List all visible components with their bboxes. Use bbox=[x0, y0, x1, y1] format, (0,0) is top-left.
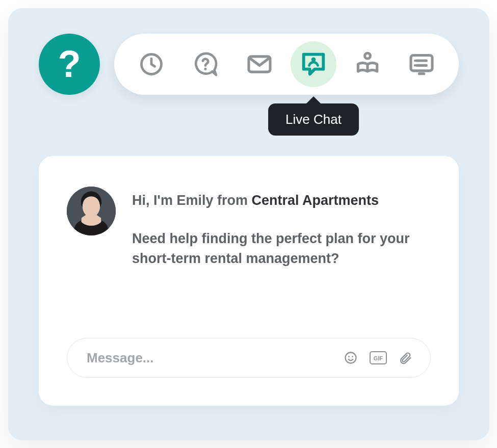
tool-item-recent[interactable] bbox=[128, 41, 174, 87]
message-composer: GIF bbox=[67, 338, 431, 378]
svg-point-11 bbox=[352, 356, 353, 357]
followup-text: Need help finding the perfect plan for y… bbox=[132, 229, 431, 269]
emoji-button[interactable] bbox=[342, 349, 360, 367]
paperclip-icon bbox=[399, 351, 413, 365]
tool-item-live-chat[interactable]: Live Chat bbox=[291, 41, 336, 87]
svg-point-7 bbox=[414, 64, 416, 67]
tool-item-faq[interactable] bbox=[182, 41, 228, 87]
tool-item-news[interactable] bbox=[399, 41, 444, 87]
svg-point-9 bbox=[346, 353, 356, 363]
clock-icon bbox=[138, 51, 165, 77]
greeting-company: Central Apartments bbox=[251, 193, 379, 208]
help-button[interactable]: ? bbox=[39, 34, 100, 95]
emoji-icon bbox=[344, 351, 358, 365]
gif-icon: GIF bbox=[370, 351, 387, 364]
chat-card: Hi, I'm Emily from Central Apartments Ne… bbox=[39, 156, 459, 406]
svg-point-4 bbox=[365, 53, 371, 59]
svg-rect-5 bbox=[411, 56, 432, 71]
attach-button[interactable] bbox=[397, 349, 415, 367]
svg-text:GIF: GIF bbox=[374, 355, 383, 361]
help-widget-panel: ? bbox=[8, 8, 489, 440]
agent-avatar bbox=[67, 187, 116, 235]
message-input[interactable] bbox=[86, 350, 332, 366]
avatar-icon bbox=[67, 187, 116, 235]
reader-icon bbox=[353, 50, 382, 78]
mail-icon bbox=[245, 50, 274, 78]
toolbar-row: ? bbox=[39, 34, 459, 95]
message-body: Hi, I'm Emily from Central Apartments Ne… bbox=[132, 187, 431, 269]
greeting-prefix: Hi, I'm Emily from bbox=[132, 193, 248, 208]
monitor-list-icon bbox=[407, 50, 436, 78]
tooltip-label: Live Chat bbox=[285, 112, 342, 127]
greeting-line: Hi, I'm Emily from Central Apartments bbox=[132, 191, 431, 210]
svg-point-6 bbox=[414, 60, 416, 62]
question-mark-icon: ? bbox=[58, 45, 81, 83]
gif-button[interactable]: GIF bbox=[369, 349, 387, 367]
svg-point-1 bbox=[204, 68, 206, 70]
help-bubble-icon bbox=[191, 50, 220, 78]
agent-message: Hi, I'm Emily from Central Apartments Ne… bbox=[67, 187, 431, 269]
chat-person-icon bbox=[299, 49, 328, 79]
tooltip-live-chat: Live Chat bbox=[268, 103, 359, 136]
help-toolbar: Live Chat bbox=[114, 34, 459, 95]
tool-item-email[interactable] bbox=[237, 41, 282, 87]
svg-point-10 bbox=[348, 356, 350, 357]
tool-item-knowledge-base[interactable] bbox=[345, 41, 390, 87]
